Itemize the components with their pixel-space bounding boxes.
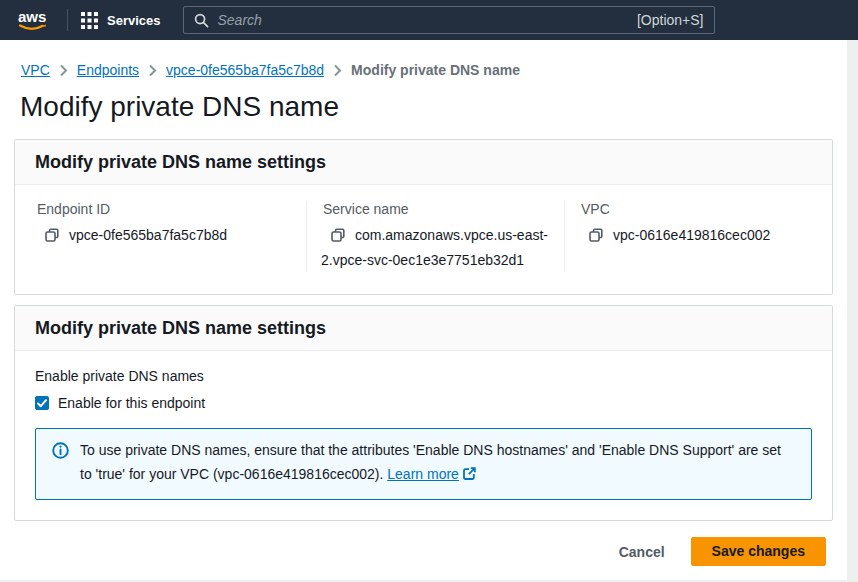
external-link-icon [462,464,476,488]
cancel-button[interactable]: Cancel [619,544,665,560]
copy-icon[interactable] [45,226,59,249]
field-value-row: vpce-0fe565ba7fa5c7b8d [35,224,290,249]
search-icon [194,13,209,28]
field-label: VPC [581,201,796,217]
enable-private-dns-label: Enable private DNS names [35,368,812,384]
chevron-right-icon [59,64,68,77]
summary-card-body: Endpoint ID vpce-0fe565ba7fa5c7b8d Servi… [15,185,832,294]
dns-settings-card: Modify private DNS name settings Enable … [14,305,833,521]
summary-card-header: Modify private DNS name settings [15,140,832,185]
chevron-right-icon [148,64,157,77]
field-vpc: VPC vpc-0616e419816cec002 [564,201,812,272]
settings-card-title: Modify private DNS name settings [35,318,812,339]
field-endpoint-id: Endpoint ID vpce-0fe565ba7fa5c7b8d [35,201,306,272]
summary-card-title: Modify private DNS name settings [35,152,812,173]
services-menu-button[interactable]: Services [81,12,161,29]
info-icon [52,442,69,488]
save-changes-button[interactable]: Save changes [691,537,826,566]
settings-card-body: Enable private DNS names Enable for this… [15,351,832,520]
copy-icon[interactable] [589,226,603,249]
enable-endpoint-checkbox[interactable] [35,396,49,410]
enable-endpoint-checkbox-row[interactable]: Enable for this endpoint [35,395,812,411]
settings-card-header: Modify private DNS name settings [15,306,832,351]
page-title: Modify private DNS name [20,91,847,123]
breadcrumb-link-endpoints[interactable]: Endpoints [77,62,139,78]
copy-icon[interactable] [331,226,345,249]
services-grid-icon [81,12,98,29]
search-keyboard-shortcut: [Option+S] [637,12,704,28]
chevron-right-icon [333,64,342,77]
global-search-input[interactable]: Search [Option+S] [183,6,715,34]
breadcrumb-link-endpoint-id[interactable]: vpce-0fe565ba7fa5c7b8d [166,62,324,78]
breadcrumb-link-vpc[interactable]: VPC [21,62,50,78]
field-value-row: com.amazonaws.vpce.us-east-2.vpce-svc-0e… [321,224,548,272]
svg-text:aws: aws [18,8,46,25]
endpoint-id-value: vpce-0fe565ba7fa5c7b8d [69,227,227,243]
top-navigation-bar: aws Services Search [Option+S] [0,0,858,40]
checkmark-icon [37,399,47,408]
endpoint-summary-card: Modify private DNS name settings Endpoin… [14,139,833,295]
info-alert: To use private DNS names, ensure that th… [35,428,812,500]
field-value-row: vpc-0616e419816cec002 [579,224,796,249]
aws-logo-icon: aws [14,7,52,33]
services-label: Services [107,13,161,28]
form-actions: Cancel Save changes [0,537,826,566]
field-service-name: Service name com.amazonaws.vpce.us-east-… [306,201,564,272]
nav-divider [67,9,68,31]
field-label: Endpoint ID [37,201,290,217]
aws-logo[interactable]: aws [14,7,52,33]
learn-more-label: Learn more [387,466,459,482]
breadcrumb-current-page: Modify private DNS name [351,62,520,78]
alert-message: To use private DNS names, ensure that th… [80,438,795,488]
service-name-value: com.amazonaws.vpce.us-east-2.vpce-svc-0e… [321,227,548,268]
search-placeholder: Search [218,12,628,28]
main-content: VPC Endpoints vpce-0fe565ba7fa5c7b8d Mod… [0,40,847,580]
vpc-id-value: vpc-0616e419816cec002 [613,227,770,243]
breadcrumb: VPC Endpoints vpce-0fe565ba7fa5c7b8d Mod… [0,40,847,78]
field-label: Service name [323,201,548,217]
enable-endpoint-checkbox-label[interactable]: Enable for this endpoint [58,395,205,411]
learn-more-link[interactable]: Learn more [387,466,476,482]
